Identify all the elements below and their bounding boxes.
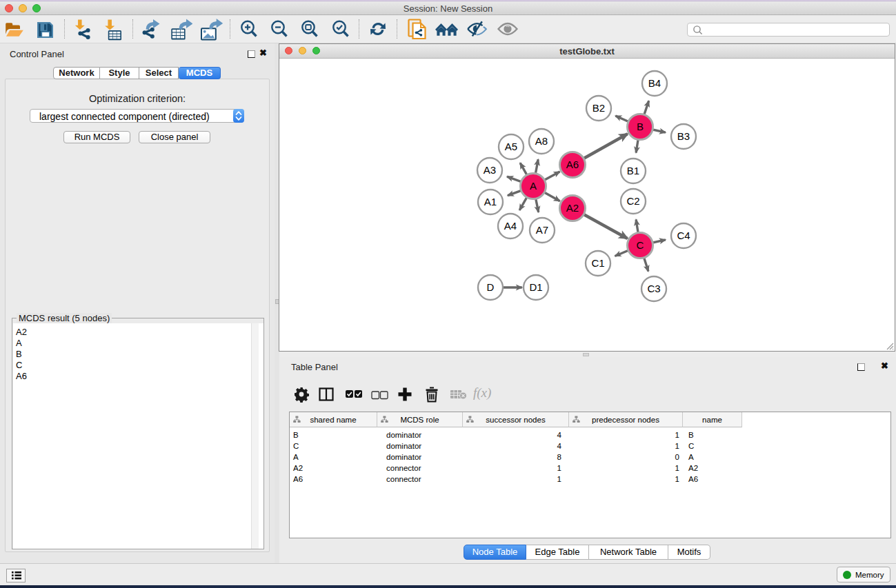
svg-text:C4: C4	[677, 230, 690, 241]
svg-text:B3: B3	[677, 130, 690, 142]
svg-text:B4: B4	[648, 77, 661, 89]
svg-text:A: A	[530, 180, 537, 192]
svg-text:B2: B2	[593, 102, 605, 114]
svg-text:C3: C3	[647, 283, 660, 294]
svg-text:C1: C1	[591, 257, 604, 269]
svg-text:A1: A1	[484, 196, 497, 207]
svg-text:D: D	[487, 281, 495, 293]
svg-text:C: C	[637, 239, 644, 251]
svg-text:B: B	[637, 121, 644, 132]
svg-text:A7: A7	[536, 224, 548, 236]
svg-text:A2: A2	[566, 202, 579, 214]
svg-text:A5: A5	[505, 141, 517, 152]
svg-text:D1: D1	[529, 281, 542, 293]
svg-text:C2: C2	[626, 195, 639, 207]
svg-text:A8: A8	[535, 135, 548, 147]
svg-text:A4: A4	[504, 220, 517, 232]
svg-text:A6: A6	[566, 159, 579, 170]
svg-text:A3: A3	[484, 164, 496, 176]
svg-text:B1: B1	[627, 165, 639, 176]
